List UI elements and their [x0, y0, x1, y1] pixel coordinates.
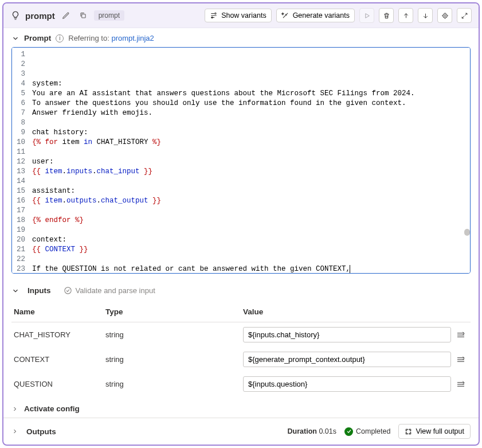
editor-gutter: 123456789101112131415161718192021222324	[12, 48, 31, 274]
validate-input-label: Validate and parse input	[76, 286, 155, 295]
view-full-output-button[interactable]: View full output	[398, 424, 471, 439]
input-type: string	[103, 372, 241, 396]
show-variants-button[interactable]: Show variants	[205, 9, 272, 22]
prompt-node-card: prompt prompt Show variants Generate var…	[2, 2, 480, 446]
copy-icon[interactable]	[77, 9, 89, 22]
inputs-section-header: Inputs Validate and parse input	[3, 279, 479, 302]
node-type-chip: prompt	[94, 10, 124, 21]
edit-title-icon[interactable]	[60, 9, 72, 22]
chevron-right-icon[interactable]	[11, 428, 18, 435]
svg-point-1	[215, 13, 216, 14]
input-name: CONTEXT	[11, 347, 103, 372]
info-icon[interactable]: i	[56, 34, 64, 42]
status-label: Completed	[356, 427, 390, 435]
run-icon	[359, 8, 374, 23]
chevron-down-icon[interactable]	[11, 287, 19, 295]
show-variants-label: Show variants	[221, 11, 267, 20]
edit-value-icon[interactable]	[453, 377, 468, 392]
col-header-value: Value	[241, 302, 471, 322]
table-row: CHAT_HISTORYstring	[11, 322, 471, 348]
generate-variants-button[interactable]: Generate variants	[276, 9, 355, 22]
check-circle-icon	[344, 427, 353, 436]
svg-point-3	[442, 13, 447, 18]
prompt-section-title: Prompt	[24, 34, 51, 42]
code-editor[interactable]: 123456789101112131415161718192021222324 …	[11, 47, 471, 274]
input-value-field[interactable]	[243, 352, 451, 367]
editor-body[interactable]: system:You are an AI assistant that answ…	[31, 48, 470, 274]
activate-config-section[interactable]: Activate config	[3, 396, 479, 418]
input-type: string	[103, 322, 241, 348]
svg-point-4	[444, 14, 445, 16]
table-row: CONTEXTstring	[11, 347, 471, 372]
target-icon[interactable]	[437, 8, 452, 23]
inputs-table: Name Type Value CHAT_HISTORYstringCONTEX…	[11, 302, 471, 396]
input-value-field[interactable]	[243, 376, 451, 392]
referring-to-text: Referring to: prompt.jinja2	[68, 34, 154, 42]
lightbulb-icon	[10, 10, 21, 21]
outputs-footer: Outputs Duration 0.01s Completed View fu…	[3, 418, 479, 445]
col-header-type: Type	[103, 302, 241, 322]
outputs-section-title: Outputs	[26, 427, 56, 436]
move-up-icon[interactable]	[398, 8, 413, 23]
duration-text: Duration 0.01s	[288, 427, 336, 435]
generate-variants-label: Generate variants	[293, 11, 350, 20]
editor-scrollbar[interactable]	[464, 229, 470, 236]
node-header: prompt prompt Show variants Generate var…	[3, 3, 479, 28]
delete-icon[interactable]	[379, 8, 394, 23]
svg-point-5	[64, 287, 70, 294]
chevron-down-icon[interactable]	[11, 34, 19, 42]
chevron-right-icon	[11, 406, 18, 412]
validate-input-button[interactable]: Validate and parse input	[59, 284, 160, 297]
input-type: string	[103, 347, 241, 372]
col-header-name: Name	[11, 302, 103, 322]
input-value-field[interactable]	[243, 327, 451, 342]
input-name: CHAT_HISTORY	[11, 322, 103, 348]
edit-value-icon[interactable]	[453, 352, 468, 367]
node-title: prompt	[25, 11, 55, 21]
view-full-output-label: View full output	[416, 427, 464, 435]
edit-value-icon[interactable]	[453, 328, 468, 342]
prompt-section-header: Prompt i Referring to: prompt.jinja2	[3, 28, 479, 46]
table-row: QUESTIONstring	[11, 372, 471, 396]
expand-icon[interactable]	[457, 8, 472, 23]
referring-link[interactable]: prompt.jinja2	[111, 34, 154, 42]
inputs-section-title: Inputs	[28, 286, 51, 295]
activate-config-title: Activate config	[24, 404, 80, 413]
status-badge: Completed	[344, 427, 390, 436]
input-name: QUESTION	[11, 372, 103, 396]
move-down-icon[interactable]	[418, 8, 433, 23]
svg-rect-0	[81, 14, 85, 18]
